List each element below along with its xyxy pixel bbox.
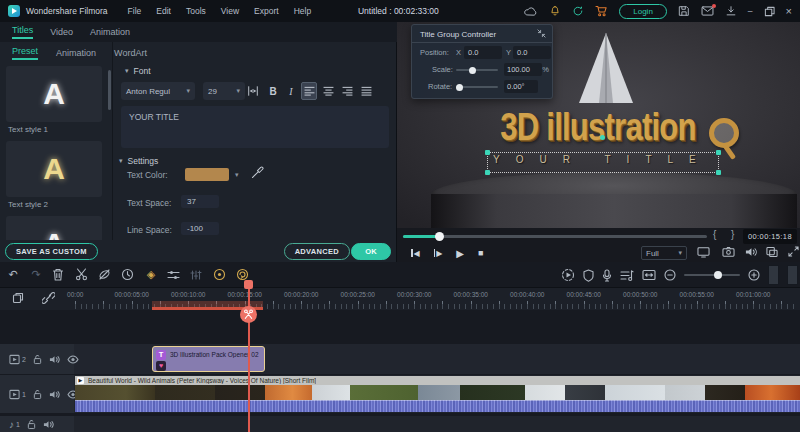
cloud-icon[interactable] — [524, 6, 538, 17]
selection-handle-top[interactable] — [600, 135, 605, 140]
stop-button[interactable]: ■ — [478, 248, 483, 258]
lock-icon[interactable] — [27, 419, 36, 430]
video-clip[interactable]: ▶ Beautiful World - Wild Animals (Peter … — [75, 376, 800, 412]
crop-button[interactable] — [98, 268, 112, 281]
text-space-input[interactable]: 37 — [181, 195, 219, 208]
hide-track-icon[interactable] — [67, 355, 79, 364]
track-manager-icon[interactable] — [12, 292, 24, 304]
mute-icon[interactable] — [745, 246, 757, 258]
notification-bell-icon[interactable] — [549, 5, 561, 17]
lock-icon[interactable] — [33, 354, 42, 365]
font-size-select[interactable]: 29 ▾ — [203, 82, 245, 100]
tab-video[interactable]: Video — [50, 27, 73, 37]
selection-handle[interactable] — [485, 170, 490, 175]
adjust-button[interactable] — [167, 269, 181, 281]
align-left-button[interactable] — [301, 82, 317, 100]
scale-input[interactable]: 100.00 — [504, 63, 542, 76]
fit-select[interactable]: Full ▾ — [641, 246, 687, 260]
mute-track-icon[interactable] — [49, 354, 60, 365]
marker-button[interactable] — [583, 269, 594, 282]
collapse-icon[interactable] — [537, 29, 546, 38]
zoom-in-button[interactable] — [748, 269, 760, 281]
color-match-button[interactable] — [213, 268, 227, 281]
menu-item[interactable]: Export — [254, 6, 279, 16]
redo-button[interactable]: ↷ — [29, 268, 43, 281]
position-x-input[interactable]: 0.0 — [464, 46, 502, 59]
audio-mixer-button[interactable] — [620, 269, 634, 282]
timeline-zoom-slider[interactable] — [684, 274, 740, 276]
settings-section-header[interactable]: ▾ Settings — [119, 156, 158, 166]
display-device-icon[interactable] — [697, 246, 710, 258]
selection-handle[interactable] — [485, 150, 490, 155]
text-style-thumbnail[interactable]: A — [6, 141, 102, 197]
undo-button[interactable]: ↶ — [6, 268, 20, 281]
preview-viewport[interactable]: 3D illustration YOUR TITLE Title Group C… — [397, 22, 800, 228]
timeline-scrollbar[interactable] — [768, 265, 779, 285]
lock-icon[interactable] — [33, 389, 42, 400]
scale-slider[interactable] — [456, 69, 498, 71]
speed-button[interactable] — [121, 268, 135, 281]
zoom-out-button[interactable] — [664, 269, 676, 281]
align-right-button[interactable] — [339, 82, 355, 100]
previous-frame-button[interactable]: ◀ — [411, 249, 420, 258]
mark-out-icon[interactable]: } — [731, 229, 734, 240]
text-style-thumbnail[interactable]: A — [6, 216, 102, 240]
position-y-input[interactable]: 0.0 — [513, 46, 551, 59]
record-button[interactable] — [561, 268, 575, 282]
ok-button[interactable]: OK — [351, 243, 391, 260]
preview-headline-text[interactable]: 3D illustration — [482, 106, 713, 149]
menu-item[interactable]: View — [221, 6, 239, 16]
fullscreen-icon[interactable] — [788, 246, 799, 257]
title-group-controller[interactable]: Title Group Controller Position: X 0.0 Y… — [411, 24, 553, 99]
italic-button[interactable]: I — [283, 82, 299, 100]
mute-track-icon[interactable] — [43, 419, 54, 430]
cart-icon[interactable] — [595, 5, 608, 17]
menu-item[interactable]: File — [128, 6, 142, 16]
snapshot-icon[interactable] — [722, 246, 735, 258]
fit-timeline-button[interactable] — [642, 269, 656, 281]
mark-in-icon[interactable]: { — [713, 229, 716, 240]
save-as-custom-button[interactable]: SAVE AS CUSTOM — [5, 243, 98, 260]
mute-track-icon[interactable] — [49, 389, 60, 400]
scale-slider-thumb[interactable] — [469, 67, 476, 74]
playhead-handle[interactable] — [244, 280, 253, 289]
letter-spacing-icon[interactable] — [245, 82, 261, 100]
close-button[interactable]: × — [786, 5, 792, 17]
line-space-input[interactable]: -100 — [181, 222, 219, 235]
delete-button[interactable] — [52, 268, 66, 281]
menu-item[interactable]: Edit — [156, 6, 171, 16]
text-style-item[interactable]: A Text style 2 — [6, 141, 106, 210]
tab-titles[interactable]: Titles — [12, 25, 33, 39]
seek-slider[interactable] — [403, 235, 707, 238]
seek-knob[interactable] — [435, 232, 444, 241]
text-style-thumbnail[interactable]: A — [6, 66, 102, 122]
rotate-slider[interactable] — [456, 86, 498, 88]
advanced-button[interactable]: ADVANCED — [284, 243, 350, 260]
chevron-down-icon[interactable]: ▾ — [235, 171, 239, 179]
menu-item[interactable]: Tools — [186, 6, 206, 16]
audio-meter-button[interactable] — [190, 269, 204, 281]
text-style-item[interactable]: A Text style 1 — [6, 66, 106, 135]
download-icon[interactable] — [725, 5, 737, 17]
tab-animation[interactable]: Animation — [90, 27, 130, 37]
keyframe-button[interactable]: ◈ — [144, 268, 158, 281]
zoom-slider-thumb[interactable] — [714, 271, 722, 279]
next-frame-button[interactable]: ▶ — [434, 249, 443, 258]
save-project-icon[interactable] — [678, 5, 690, 17]
restore-button[interactable] — [764, 6, 775, 17]
align-justify-button[interactable] — [358, 82, 374, 100]
timeline-scrollbar[interactable] — [787, 265, 798, 285]
timeline-ruler[interactable]: 00:0000:00:05:0000:00:10:0000:00:15:0000… — [0, 288, 800, 310]
playhead-scissors-badge[interactable] — [240, 306, 257, 323]
font-family-select[interactable]: Anton Regul ▾ — [121, 82, 195, 100]
split-button[interactable] — [75, 268, 89, 281]
play-button[interactable]: ▶ — [456, 248, 464, 259]
align-center-button[interactable] — [320, 82, 336, 100]
login-button[interactable]: Login — [619, 4, 667, 19]
menu-item[interactable]: Help — [294, 6, 311, 16]
minimize-button[interactable]: – — [748, 6, 753, 16]
sync-icon[interactable] — [572, 5, 584, 17]
voiceover-button[interactable] — [602, 269, 612, 282]
selection-handle[interactable] — [716, 150, 721, 155]
text-color-swatch[interactable] — [185, 168, 229, 181]
